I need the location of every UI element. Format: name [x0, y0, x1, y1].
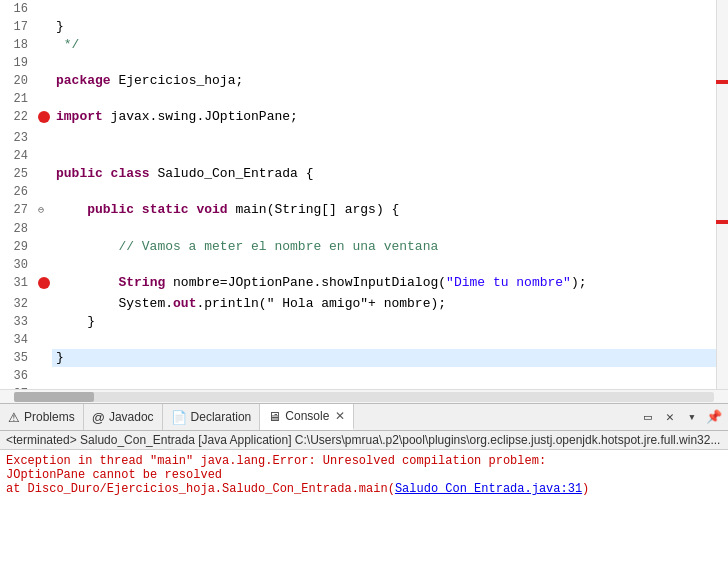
toolbar-minimize-btn[interactable]: ▭: [638, 407, 658, 427]
console-area: <terminated> Saludo_Con_Entrada [Java Ap…: [0, 431, 728, 571]
line-code: [52, 90, 728, 108]
code-table: 1617}18 */1920package Ejercicios_hoja;21…: [0, 0, 728, 389]
code-line-34: 34: [0, 331, 728, 349]
line-gutter: [36, 90, 52, 108]
line-code: [52, 54, 728, 72]
code-line-32: 32 System.out.println(" Hola amigo"+ nom…: [0, 295, 728, 313]
console-line: at Disco_Duro/Ejercicios_hoja.Saludo_Con…: [6, 482, 722, 496]
line-number: 16: [0, 0, 36, 18]
line-number: 20: [0, 72, 36, 90]
problems-tab-icon: ⚠: [8, 410, 20, 425]
code-line-18: 18 */: [0, 36, 728, 54]
line-number: 33: [0, 313, 36, 331]
line-number: 32: [0, 295, 36, 313]
code-line-30: 30: [0, 256, 728, 274]
line-code: [52, 220, 728, 238]
toolbar-pin-btn[interactable]: 📌: [704, 407, 724, 427]
code-line-26: 26: [0, 183, 728, 201]
console-stack-link[interactable]: Saludo_Con_Entrada.java:31: [395, 482, 582, 496]
code-line-17: 17}: [0, 18, 728, 36]
line-code: import javax.swing.JOptionPane;: [52, 108, 728, 129]
right-error-bar: [716, 0, 728, 389]
line-number: 23: [0, 129, 36, 147]
line-code: [52, 367, 728, 385]
problems-tab-label: Problems: [24, 410, 75, 424]
error-marker-icon: [38, 277, 50, 289]
declaration-tab-label: Declaration: [191, 410, 252, 424]
code-editor: 1617}18 */1920package Ejercicios_hoja;21…: [0, 0, 728, 403]
line-number: 26: [0, 183, 36, 201]
code-line-24: 24: [0, 147, 728, 165]
declaration-tab-icon: 📄: [171, 410, 187, 425]
console-header: <terminated> Saludo_Con_Entrada [Java Ap…: [0, 431, 728, 450]
line-gutter: [36, 331, 52, 349]
line-gutter: [36, 367, 52, 385]
tab-javadoc[interactable]: @Javadoc: [84, 404, 163, 430]
line-gutter: [36, 147, 52, 165]
line-gutter: [36, 256, 52, 274]
line-number: 27: [0, 201, 36, 220]
line-number: 31: [0, 274, 36, 295]
code-line-31: 31 String nombre=JOptionPane.showInputDi…: [0, 274, 728, 295]
error-marker-icon: [38, 111, 50, 123]
line-code: // Vamos a meter el nombre en una ventan…: [52, 238, 728, 256]
line-gutter: [36, 18, 52, 36]
horizontal-scrollbar[interactable]: [0, 389, 728, 403]
line-code: public static void main(String[] args) {: [52, 201, 728, 220]
console-tab-label: Console: [285, 409, 329, 423]
line-gutter: [36, 313, 52, 331]
tab-toolbar: ▭ ✕ ▾ 📌: [638, 404, 728, 430]
code-line-27: 27⊖ public static void main(String[] arg…: [0, 201, 728, 220]
collapse-icon[interactable]: ⊖: [38, 202, 44, 220]
line-gutter: [36, 54, 52, 72]
scrollbar-thumb[interactable]: [14, 392, 94, 402]
code-line-35: 35}: [0, 349, 728, 367]
line-number: 21: [0, 90, 36, 108]
toolbar-menu-btn[interactable]: ▾: [682, 407, 702, 427]
code-line-16: 16: [0, 0, 728, 18]
line-code: [52, 385, 728, 389]
console-content[interactable]: Exception in thread "main" java.lang.Err…: [0, 450, 728, 571]
line-code: package Ejercicios_hoja;: [52, 72, 728, 90]
line-code: [52, 331, 728, 349]
line-code: }: [52, 313, 728, 331]
code-line-20: 20package Ejercicios_hoja;: [0, 72, 728, 90]
javadoc-tab-label: Javadoc: [109, 410, 154, 424]
line-gutter: [36, 295, 52, 313]
line-gutter: [36, 238, 52, 256]
line-number: 35: [0, 349, 36, 367]
line-code: */: [52, 36, 728, 54]
line-gutter: [36, 72, 52, 90]
tab-problems[interactable]: ⚠Problems: [0, 404, 84, 430]
code-line-28: 28: [0, 220, 728, 238]
line-code: }: [52, 349, 728, 367]
line-number: 25: [0, 165, 36, 183]
line-gutter: [36, 220, 52, 238]
line-gutter: [36, 385, 52, 389]
code-line-36: 36: [0, 367, 728, 385]
line-number: 18: [0, 36, 36, 54]
javadoc-tab-icon: @: [92, 410, 105, 425]
right-bar-error-2: [716, 220, 728, 224]
line-code: [52, 147, 728, 165]
line-gutter: [36, 108, 52, 129]
toolbar-close-btn[interactable]: ✕: [660, 407, 680, 427]
console-line: JOptionPane cannot be resolved: [6, 468, 722, 482]
line-number: 24: [0, 147, 36, 165]
line-gutter: [36, 349, 52, 367]
line-code: public class Saludo_Con_Entrada {: [52, 165, 728, 183]
line-gutter: [36, 0, 52, 18]
line-number: 29: [0, 238, 36, 256]
code-line-29: 29 // Vamos a meter el nombre en una ven…: [0, 238, 728, 256]
tab-declaration[interactable]: 📄Declaration: [163, 404, 261, 430]
line-gutter: ⊖: [36, 201, 52, 220]
console-tab-close[interactable]: ✕: [335, 409, 345, 423]
code-scroll-area[interactable]: 1617}18 */1920package Ejercicios_hoja;21…: [0, 0, 728, 389]
line-code: [52, 256, 728, 274]
scrollbar-track: [14, 392, 714, 402]
line-gutter: [36, 183, 52, 201]
tab-console[interactable]: 🖥Console✕: [260, 404, 354, 430]
line-number: 19: [0, 54, 36, 72]
line-number: 37: [0, 385, 36, 389]
line-code: [52, 129, 728, 147]
